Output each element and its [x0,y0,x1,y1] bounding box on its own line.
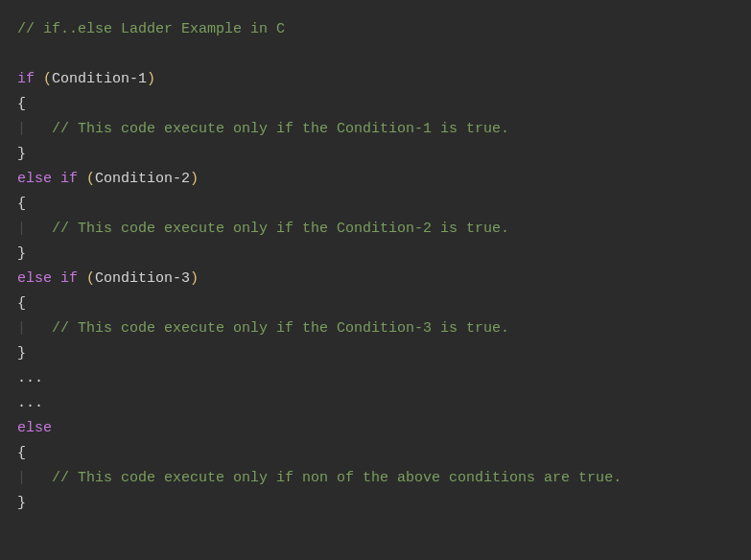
code-line: | // This code execute only if the Condi… [17,316,734,341]
code-token-brace: { [17,96,26,112]
code-line: { [17,192,734,217]
code-token-default [52,270,60,287]
code-line: // if..else Ladder Example in C [17,17,734,42]
code-token-keyword: else [17,171,52,187]
code-token-paren: ) [147,71,155,87]
code-token-keyword: else [17,270,52,287]
code-token-indent-guide: | [17,470,26,486]
code-token-comment: // This code execute only if the Conditi… [52,221,509,237]
code-token-identifier: Condition-1 [52,71,147,87]
code-token-indent-guide: | [17,320,26,337]
code-token-paren: ) [190,171,199,187]
code-token-brace: } [17,495,26,511]
code-line: } [17,491,734,516]
code-line: else if (Condition-2) [17,167,734,192]
code-token-indent-guide: | [17,221,26,237]
code-token-keyword: if [60,270,78,287]
code-line: ... [17,366,734,391]
code-token-default [26,470,52,486]
code-token-paren: ( [43,71,52,87]
code-token-comment: // This code execute only if the Conditi… [52,320,509,337]
code-token-brace: } [17,146,26,162]
code-block: // if..else Ladder Example in C if (Cond… [17,17,734,516]
code-line: | // This code execute only if non of th… [17,466,734,491]
code-token-default: ... [17,370,43,386]
code-token-keyword: else [17,420,52,436]
code-token-default [78,270,86,287]
code-token-default [35,71,43,87]
code-token-keyword: if [17,71,35,87]
code-token-default [26,221,52,237]
code-line: { [17,441,734,466]
code-line: } [17,341,734,366]
code-line: | // This code execute only if the Condi… [17,117,734,142]
code-line: else if (Condition-3) [17,267,734,292]
code-line: } [17,242,734,267]
code-token-identifier: Condition-3 [95,270,190,287]
code-token-paren: ( [86,270,95,287]
code-token-brace: { [17,196,26,212]
code-token-default: ... [17,395,43,411]
code-line: { [17,92,734,117]
code-line: ... [17,391,734,416]
code-line [17,42,734,67]
code-token-paren: ( [86,171,95,187]
code-token-default [78,171,86,187]
code-token-brace: { [17,445,26,461]
code-line: | // This code execute only if the Condi… [17,217,734,242]
code-token-comment: // This code execute only if the Conditi… [52,121,509,137]
code-token-default [26,320,52,337]
code-token-default [52,171,60,187]
code-token-paren: ) [190,270,199,287]
code-token-brace: { [17,295,26,312]
code-token-comment: // if..else Ladder Example in C [17,21,285,37]
code-line: if (Condition-1) [17,67,734,92]
code-token-keyword: if [60,171,78,187]
code-token-identifier: Condition-2 [95,171,190,187]
code-token-default [26,121,52,137]
code-token-indent-guide: | [17,121,26,137]
code-token-comment: // This code execute only if non of the … [52,470,622,486]
code-token-brace: } [17,245,26,262]
code-line: } [17,142,734,167]
code-token-brace: } [17,345,26,362]
code-line: { [17,292,734,316]
code-line: else [17,416,734,441]
